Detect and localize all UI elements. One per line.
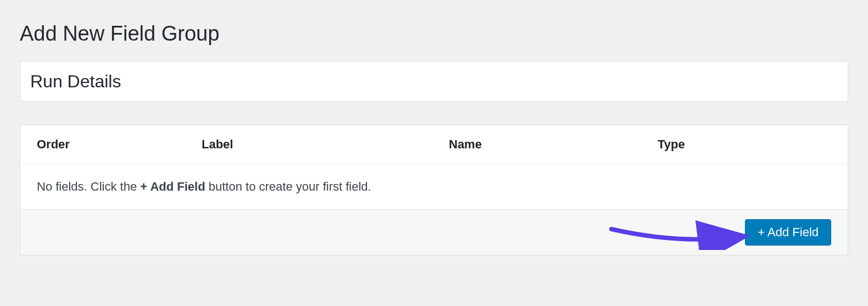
page-title: Add New Field Group	[20, 0, 848, 61]
empty-fields-message: No fields. Click the + Add Field button …	[20, 164, 848, 210]
column-header-order: Order	[37, 137, 202, 152]
column-header-type: Type	[658, 137, 831, 152]
empty-prefix: No fields. Click the	[37, 180, 140, 193]
column-header-label: Label	[202, 137, 449, 152]
column-header-name: Name	[449, 137, 658, 152]
empty-suffix: button to create your first field.	[205, 180, 371, 193]
field-group-title-input[interactable]	[20, 61, 848, 102]
fields-table-header: Order Label Name Type	[20, 125, 848, 164]
fields-panel-footer: + Add Field	[20, 210, 848, 255]
add-field-button[interactable]: + Add Field	[745, 219, 831, 246]
empty-button-ref: + Add Field	[140, 180, 205, 193]
annotation-arrow-icon	[607, 217, 750, 250]
fields-panel: Order Label Name Type No fields. Click t…	[20, 125, 848, 255]
